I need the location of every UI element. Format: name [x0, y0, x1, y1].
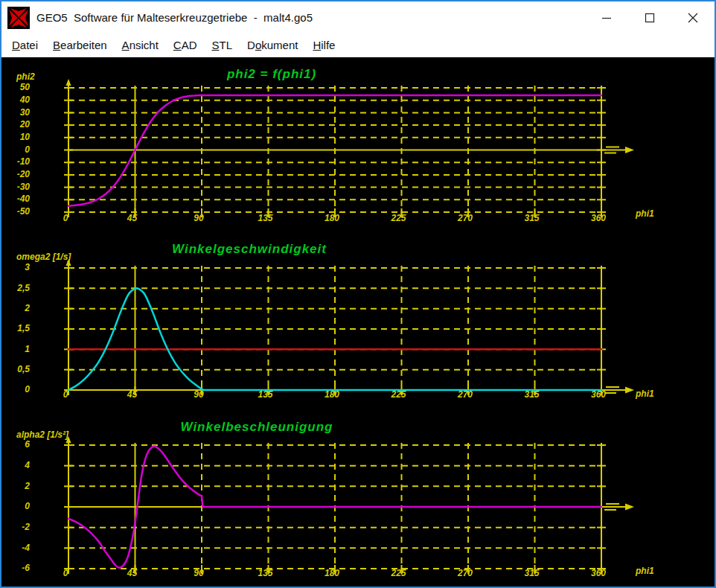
- y-tick-label: 4: [24, 460, 30, 470]
- x-tick-label: 225: [390, 389, 406, 400]
- x-tick-label: 225: [390, 213, 406, 223]
- x-tick-label: 45: [127, 213, 138, 223]
- x-tick-label: 315: [524, 389, 539, 400]
- window-title: GEO5 Software für Malteserkreuzgetriebe …: [36, 11, 585, 24]
- x-tick-label: 270: [457, 213, 473, 223]
- x-tick-label: 360: [591, 213, 606, 223]
- x-tick-label: 270: [457, 568, 473, 578]
- x-tick-label: 360: [591, 389, 606, 400]
- y-tick-label: 0: [25, 384, 30, 394]
- title-bar: GEO5 Software für Malteserkreuzgetriebe …: [1, 1, 715, 33]
- chart-title: Winkelbeschleunigung: [181, 420, 333, 434]
- x-tick-label: 135: [258, 568, 272, 578]
- menu-item-dokument[interactable]: Dokument: [240, 39, 305, 51]
- x-tick-label: 0: [63, 213, 68, 223]
- maltese-cross-icon: [7, 7, 30, 29]
- x-tick-label: 180: [325, 389, 339, 400]
- y-tick-label: 40: [19, 95, 31, 105]
- y-tick-label: 0: [25, 501, 30, 511]
- menu-item-stl[interactable]: STL: [205, 39, 240, 51]
- x-tick-label: 45: [127, 568, 138, 578]
- y-tick-label: -30: [17, 182, 31, 192]
- x-axis-label: phi1: [635, 208, 654, 219]
- x-axis-arrow-icon: [625, 504, 634, 511]
- chart-phi2: phi2 = f(phi1)phi250403020100-10-20-30-4…: [16, 67, 654, 223]
- y-tick-label: 6: [25, 439, 30, 450]
- minimize-button[interactable]: [585, 1, 628, 33]
- y-tick-label: -4: [22, 543, 30, 553]
- y-tick-label: -6: [22, 563, 30, 573]
- y-tick-label: -50: [17, 206, 31, 217]
- x-tick-label: 360: [591, 568, 606, 578]
- x-tick-label: 0: [63, 568, 68, 578]
- x-axis-label: phi1: [635, 566, 654, 576]
- menu-item-ansicht[interactable]: Ansicht: [115, 39, 166, 51]
- y-tick-label: -10: [17, 156, 31, 167]
- y-tick-label: 2,5: [16, 283, 30, 293]
- y-tick-label: 0,5: [17, 364, 30, 374]
- x-tick-label: 225: [390, 568, 406, 578]
- chart-omega2: Winkelgeschwindigkeitomega2 [1/s]32,521,…: [16, 242, 654, 400]
- chart-client-area: phi2 = f(phi1)phi250403020100-10-20-30-4…: [1, 57, 715, 587]
- x-tick-label: 135: [258, 389, 272, 400]
- x-tick-label: 90: [194, 568, 204, 578]
- x-tick-label: 90: [194, 213, 204, 223]
- x-axis-label: phi1: [635, 389, 654, 399]
- window-controls: [585, 1, 715, 33]
- close-button[interactable]: [671, 1, 715, 33]
- x-tick-label: 90: [194, 389, 204, 400]
- menu-bar: DateiBearbeitenAnsichtCADSTLDokumentHilf…: [1, 33, 715, 57]
- y-tick-label: 1: [25, 344, 30, 354]
- y-axis-label: omega2 [1/s]: [16, 252, 71, 262]
- y-tick-label: -40: [17, 194, 31, 204]
- x-tick-label: 45: [127, 389, 138, 400]
- y-tick-label: 20: [19, 119, 31, 130]
- x-tick-label: 270: [457, 389, 473, 400]
- menu-item-bearbeiten[interactable]: Bearbeiten: [45, 39, 115, 51]
- y-tick-label: 2: [24, 303, 30, 313]
- chart-title: phi2 = f(phi1): [226, 67, 316, 81]
- x-axis-arrow-icon: [625, 147, 634, 153]
- menu-item-cad[interactable]: CAD: [166, 39, 205, 51]
- y-axis-label: alpha2 [1/s²]: [16, 429, 69, 440]
- x-tick-label: 0: [63, 389, 68, 400]
- x-tick-label: 315: [524, 213, 539, 223]
- y-tick-label: 3: [25, 262, 30, 272]
- y-tick-label: -20: [17, 169, 31, 179]
- y-tick-label: 50: [20, 82, 31, 92]
- maximize-button[interactable]: [628, 1, 671, 33]
- y-axis-label: phi2: [16, 71, 35, 82]
- menu-item-hilfe[interactable]: Hilfe: [305, 39, 342, 51]
- app-window: GEO5 Software für Malteserkreuzgetriebe …: [0, 0, 716, 588]
- chart-alpha2: Winkelbeschleunigungalpha2 [1/s²]6420-2-…: [16, 420, 654, 578]
- menu-item-datei[interactable]: Datei: [4, 39, 45, 51]
- chart-title: Winkelgeschwindigkeit: [172, 242, 327, 256]
- y-tick-label: 0: [25, 144, 30, 155]
- x-tick-label: 180: [325, 568, 339, 578]
- x-axis-arrow-icon: [625, 387, 634, 394]
- y-tick-label: -2: [22, 522, 30, 532]
- charts-canvas: phi2 = f(phi1)phi250403020100-10-20-30-4…: [1, 57, 715, 587]
- y-tick-label: 10: [20, 132, 31, 142]
- x-tick-label: 180: [325, 213, 339, 223]
- x-tick-label: 135: [258, 213, 272, 223]
- y-tick-label: 2: [24, 481, 30, 491]
- y-tick-label: 1,5: [17, 323, 30, 333]
- x-tick-label: 315: [524, 568, 539, 578]
- y-tick-label: 30: [20, 107, 31, 118]
